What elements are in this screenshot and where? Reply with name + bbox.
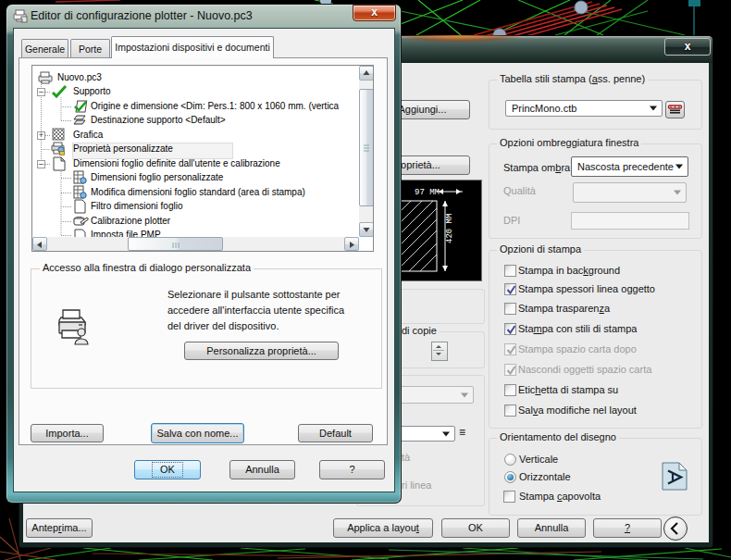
svg-text:420 MM: 420 MM	[445, 214, 454, 243]
svg-text:97 MM: 97 MM	[415, 188, 440, 197]
